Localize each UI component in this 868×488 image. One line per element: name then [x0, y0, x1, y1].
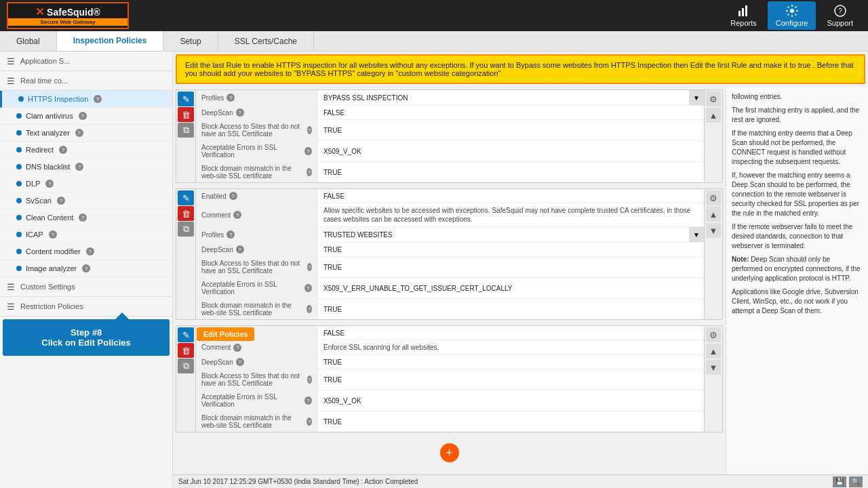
help-icon[interactable]: ?: [304, 147, 312, 155]
configure-button[interactable]: Configure: [768, 1, 816, 30]
help-icon[interactable]: ?: [75, 129, 83, 137]
help-icon[interactable]: ?: [307, 305, 312, 313]
help-icon[interactable]: ?: [307, 375, 312, 384]
edit-policies-tooltip[interactable]: Edit Policies: [197, 327, 254, 341]
sidebar-item-label: SvScan: [26, 197, 52, 205]
help-icon[interactable]: ?: [59, 146, 67, 154]
help-icon[interactable]: ?: [233, 211, 241, 219]
support-button[interactable]: ? Support: [818, 1, 861, 30]
help-icon[interactable]: ?: [307, 126, 312, 134]
sidebar-item-label: DNS blacklist: [26, 163, 70, 171]
tab-setup[interactable]: Setup: [163, 31, 218, 51]
policies-list: ✎ 🗑 ⧉ Profiles ? BYPASS SSL INSPECTION ▼: [173, 87, 726, 474]
warning-banner: Edit the last Rule to enable HTTPS inspe…: [176, 54, 865, 84]
help-icon[interactable]: ?: [307, 418, 312, 426]
help-icon[interactable]: ?: [86, 247, 94, 256]
sidebar-item-text-analyzer[interactable]: Text analyzer ?: [0, 125, 172, 142]
add-policy-button[interactable]: +: [440, 443, 459, 462]
sidebar-section-custom[interactable]: ☰ Custom Settings: [0, 277, 172, 297]
field-value: X509_V_ERR_UNABLE_TO_GET_ISSUER_CERT_LOC…: [318, 278, 704, 298]
bottom-bar: Sat Jun 10 2017 12:25:29 GMT+0530 (India…: [173, 474, 868, 488]
field-row: Acceptable Errors in SSL Verification ? …: [196, 141, 704, 162]
sidebar-item-image-analyzer[interactable]: Image analyzer ?: [0, 260, 172, 277]
down-action[interactable]: ▼: [706, 360, 721, 375]
status-dot: [16, 249, 22, 254]
tab-global[interactable]: Global: [0, 31, 57, 51]
field-row: Acceptable Errors in SSL Verification ? …: [196, 278, 704, 299]
status-dot: [16, 181, 22, 186]
reports-button[interactable]: Reports: [722, 1, 765, 30]
help-icon[interactable]: ?: [82, 264, 90, 272]
help-icon[interactable]: ?: [307, 168, 312, 176]
svg-rect-1: [742, 8, 744, 16]
dropdown-arrow[interactable]: ▼: [689, 90, 704, 105]
field-row: Enabled ? FALSE: [196, 326, 704, 340]
down-action[interactable]: ▼: [706, 223, 721, 238]
field-row: DeepScan ? TRUE: [196, 355, 704, 369]
help-icon[interactable]: ?: [226, 230, 235, 239]
edit-button[interactable]: ✎: [178, 190, 194, 205]
header-nav: Reports Configure ? Support: [722, 1, 861, 30]
sidebar-item-redirect[interactable]: Redirect ?: [0, 142, 172, 159]
help-icon[interactable]: ?: [79, 112, 87, 120]
copy-button[interactable]: ⧉: [178, 359, 194, 373]
sidebar-item-label: Content modifier: [26, 247, 81, 256]
help-icon[interactable]: ?: [226, 94, 235, 102]
edit-button[interactable]: ✎: [178, 92, 194, 106]
save-icon[interactable]: 💾: [833, 476, 846, 487]
field-value: Allow specific websites to be accessed w…: [318, 203, 704, 226]
help-icon[interactable]: ?: [75, 163, 83, 171]
policy-fields-2: Enabled ? FALSE Comment ? Allow specific…: [196, 189, 704, 319]
dropdown-arrow[interactable]: ▼: [689, 227, 704, 242]
sidebar-item-dns-blacklist[interactable]: DNS blacklist ?: [0, 159, 172, 176]
sidebar-section-realtime[interactable]: ☰ Real time co...: [0, 71, 172, 91]
delete-button[interactable]: 🗑: [178, 206, 194, 221]
tab-ssl-certs[interactable]: SSL Certs/Cache: [218, 31, 314, 51]
sidebar-item-content-modifier[interactable]: Content modifier ?: [0, 243, 172, 260]
sidebar-section-restriction[interactable]: ☰ Restriction Policies: [0, 297, 172, 317]
settings-action[interactable]: ⚙: [706, 327, 721, 342]
help-icon[interactable]: ?: [236, 358, 244, 366]
help-icon[interactable]: ?: [79, 214, 87, 222]
help-icon[interactable]: ?: [45, 180, 54, 188]
sidebar-item-svscan[interactable]: SvScan ?: [0, 192, 172, 209]
help-icon[interactable]: ?: [236, 245, 244, 253]
sidebar-section-label: Application S...: [20, 57, 70, 65]
menu-icon: ☰: [5, 301, 16, 312]
help-icon[interactable]: ?: [94, 95, 102, 103]
sidebar-section-application[interactable]: ☰ Application S...: [0, 52, 172, 71]
help-icon[interactable]: ?: [307, 263, 312, 271]
sidebar-item-https-inspection[interactable]: HTTPS Inspection ?: [0, 91, 172, 108]
copy-button[interactable]: ⧉: [178, 222, 194, 237]
edit-button[interactable]: ✎: [178, 327, 194, 342]
help-icon[interactable]: ?: [304, 284, 312, 292]
field-row: DeepScan ? FALSE: [196, 106, 704, 120]
sidebar-item-label: Text analyzer: [26, 129, 70, 137]
status-dot: [16, 215, 22, 220]
help-icon[interactable]: ?: [304, 396, 312, 405]
sidebar-item-clam-antivirus[interactable]: Clam antivirus ?: [0, 108, 172, 125]
field-label: Comment ?: [196, 340, 318, 354]
status-dot: [16, 232, 22, 237]
help-icon[interactable]: ?: [57, 197, 65, 205]
settings-action[interactable]: ⚙: [706, 190, 721, 205]
help-icon[interactable]: ?: [236, 108, 244, 117]
up-action[interactable]: ▲: [706, 108, 721, 123]
copy-button[interactable]: ⧉: [178, 123, 194, 138]
tab-inspection-policies[interactable]: Inspection Policies: [57, 31, 164, 51]
help-icon[interactable]: ?: [49, 230, 57, 239]
field-row: Block domain mismatch in the web-site SS…: [196, 299, 704, 319]
field-label: Acceptable Errors in SSL Verification ?: [196, 390, 318, 411]
search-icon[interactable]: 🔍: [849, 476, 863, 487]
up-action[interactable]: ▲: [706, 344, 721, 359]
step-box: Step #8 Click on Edit Policies: [3, 319, 170, 356]
sidebar-item-icap[interactable]: ICAP ?: [0, 226, 172, 243]
sidebar-item-dlp[interactable]: DLP ?: [0, 176, 172, 192]
help-icon[interactable]: ?: [229, 192, 237, 200]
delete-button[interactable]: 🗑: [178, 343, 194, 358]
sidebar-item-clean-content[interactable]: Clean Content ?: [0, 209, 172, 226]
settings-action[interactable]: ⚙: [706, 92, 721, 106]
delete-button[interactable]: 🗑: [178, 107, 194, 122]
up-action[interactable]: ▲: [706, 207, 721, 222]
help-icon[interactable]: ?: [233, 344, 241, 352]
